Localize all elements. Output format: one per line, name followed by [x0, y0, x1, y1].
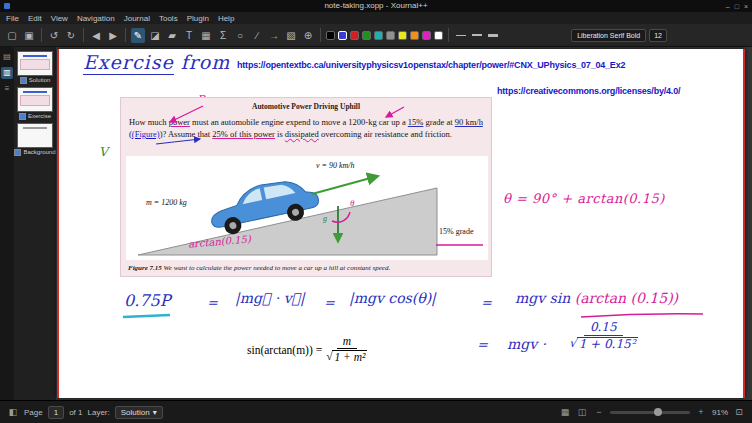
toolbar-separator [83, 28, 84, 42]
menubar: File Edit View Navigation Journal Tools … [0, 12, 752, 24]
highlighter-icon[interactable]: ▰ [165, 28, 179, 43]
color-swatch-blue[interactable] [338, 31, 347, 40]
menu-navigation[interactable]: Navigation [77, 14, 115, 23]
font-selector[interactable]: Liberation Serif Bold [571, 29, 646, 42]
shape-line-icon[interactable]: ∕ [250, 28, 264, 43]
menu-file[interactable]: File [6, 14, 19, 23]
page-number-input[interactable]: 1 [48, 406, 64, 419]
page-margin-line-right [743, 49, 745, 398]
new-file-icon[interactable]: ▢ [5, 28, 19, 43]
color-swatch-gray[interactable] [386, 31, 395, 40]
color-swatch-white[interactable] [434, 31, 443, 40]
toolbar: ▢ ▣ ↺ ↻ ◀ ▶ ✎ ◪ ▰ T ▦ Σ ○ ∕ → ▧ ⊕ Libera… [0, 24, 752, 47]
menu-view[interactable]: View [51, 14, 68, 23]
thickness-medium-icon[interactable] [470, 28, 483, 43]
layer-entry[interactable]: Background [16, 123, 54, 156]
layer-name[interactable]: Background [23, 149, 55, 156]
font-size-selector[interactable]: 12 [649, 29, 667, 42]
grade-label: 15% grade [438, 227, 474, 236]
menu-journal[interactable]: Journal [124, 14, 150, 23]
layer-thumbnail[interactable] [17, 51, 53, 76]
pen-icon[interactable]: ✎ [131, 28, 145, 43]
figure-7-15: v = 90 km/h m = 1200 kg g⃗ θ 15% grade a… [126, 156, 488, 260]
layer-visibility-checkbox[interactable] [14, 149, 21, 156]
save-icon[interactable]: ▣ [22, 28, 36, 43]
contents-tab-icon[interactable]: ≡ [1, 83, 13, 95]
solution-final-fraction: 0.15 √1 + 0.15² [569, 321, 638, 352]
next-page-icon[interactable]: ▶ [106, 28, 120, 43]
velocity-arrow [312, 176, 378, 194]
tex-tool-icon[interactable]: Σ [216, 28, 230, 43]
layer-entry[interactable]: Exercise [16, 87, 54, 120]
menu-edit[interactable]: Edit [28, 14, 42, 23]
undo-icon[interactable]: ↺ [47, 28, 61, 43]
shape-circle-icon[interactable]: ○ [233, 28, 247, 43]
toolbar-separator [320, 28, 321, 42]
layer-name[interactable]: Exercise [28, 113, 51, 120]
page-margin-line-left [57, 49, 59, 398]
xournalpp-window: note-taking.xopp - Xournal++ – □ × File … [0, 0, 752, 423]
solution-dot-product: |mg⃗ · v⃗| [235, 290, 305, 306]
minimize-button[interactable]: – [726, 3, 730, 10]
zoom-out-icon[interactable]: − [593, 406, 605, 418]
titlebar: note-taking.xopp - Xournal++ – □ × [0, 0, 752, 12]
textbook-url-text: https://opentextbc.ca/universityphysicsv… [237, 60, 625, 70]
maximize-button[interactable]: □ [735, 3, 739, 10]
redo-icon[interactable]: ↻ [64, 28, 78, 43]
prev-page-icon[interactable]: ◀ [89, 28, 103, 43]
zoom-fit-icon[interactable]: ⊡ [733, 406, 745, 418]
layer-visibility-checkbox[interactable] [19, 113, 26, 120]
menu-tools[interactable]: Tools [159, 14, 178, 23]
underlined-grade: 15% [408, 117, 424, 127]
grid-view-icon[interactable]: ▦ [559, 406, 571, 418]
layer-thumbnail[interactable] [17, 123, 53, 148]
layer-visibility-checkbox[interactable] [20, 77, 27, 84]
document-page[interactable]: Exercise from https://opentextbc.ca/univ… [57, 49, 745, 398]
annotation-theta-equation: θ = 90° + arctan(0.15) [503, 191, 665, 206]
color-swatch-red[interactable] [350, 31, 359, 40]
toolbar-separator [125, 28, 126, 42]
thickness-thick-icon[interactable] [486, 28, 499, 43]
color-swatch-green[interactable] [362, 31, 371, 40]
zoom-percentage: 91% [712, 408, 728, 417]
image-tool-icon[interactable]: ▦ [199, 28, 213, 43]
color-swatch-yellow[interactable] [398, 31, 407, 40]
layer-thumbnail[interactable] [17, 87, 53, 112]
select-icon[interactable]: ▧ [284, 28, 298, 43]
color-swatch-black[interactable] [326, 31, 335, 40]
color-swatch-orange[interactable] [410, 31, 419, 40]
sidebar: ▤ ▥ ≡ Solution Exercise [0, 47, 56, 401]
layer-select[interactable]: Solution ▾ [115, 406, 163, 419]
thickness-fine-icon[interactable] [454, 28, 467, 43]
dual-page-icon[interactable]: ◫ [576, 406, 588, 418]
hand-tool-icon[interactable]: ⊕ [301, 28, 315, 43]
layer-name[interactable]: Solution [29, 77, 51, 84]
equals-sign: = [477, 337, 488, 352]
solution-cosine-term: |mgv cos(θ)| [349, 290, 436, 306]
textbook-image: Automotive Power Driving Uphill How much… [120, 97, 492, 277]
layer-entry[interactable]: Solution [16, 51, 54, 84]
incline-figure-drawing [126, 156, 488, 260]
zoom-slider-knob[interactable] [654, 408, 662, 416]
gravity-label: g⃗ [323, 214, 333, 223]
page-preview-tab-icon[interactable]: ▤ [1, 51, 13, 63]
close-button[interactable]: × [744, 3, 748, 10]
equals-sign: = [481, 295, 492, 310]
menu-plugin[interactable]: Plugin [187, 14, 209, 23]
color-swatch-cyan[interactable] [374, 31, 383, 40]
layer-label: Layer: [87, 408, 109, 417]
window-title: note-taking.xopp - Xournal++ [0, 0, 752, 12]
sidebar-toggle-icon[interactable]: ◧ [7, 406, 19, 418]
toolbar-separator [448, 28, 449, 42]
zoom-slider[interactable] [610, 411, 690, 414]
eraser-icon[interactable]: ◪ [148, 28, 162, 43]
textbook-paragraph: How much power must an automobile engine… [129, 116, 485, 140]
zoom-in-icon[interactable]: + [695, 406, 707, 418]
color-swatch-magenta[interactable] [422, 31, 431, 40]
shape-arrow-icon[interactable]: → [267, 28, 281, 43]
page-label: Page [24, 408, 43, 417]
layer-preview-tab-icon[interactable]: ▥ [1, 67, 13, 79]
menu-help[interactable]: Help [218, 14, 234, 23]
license-url-text: https://creativecommons.org/licenses/by/… [497, 86, 680, 96]
text-tool-icon[interactable]: T [182, 28, 196, 43]
